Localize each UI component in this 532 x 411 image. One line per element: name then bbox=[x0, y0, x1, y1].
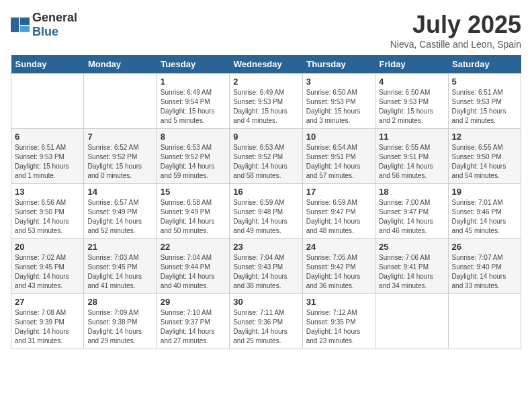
day-info: Sunrise: 7:09 AMSunset: 9:38 PMDaylight:… bbox=[87, 308, 152, 346]
day-number: 19 bbox=[452, 187, 517, 197]
table-row: 5Sunrise: 6:51 AMSunset: 9:53 PMDaylight… bbox=[448, 74, 521, 129]
table-row: 23Sunrise: 7:04 AMSunset: 9:43 PMDayligh… bbox=[230, 239, 302, 294]
table-row: 31Sunrise: 7:12 AMSunset: 9:35 PMDayligh… bbox=[302, 294, 375, 349]
col-tuesday: Tuesday bbox=[157, 55, 229, 74]
day-info: Sunrise: 7:00 AMSunset: 9:47 PMDaylight:… bbox=[379, 198, 444, 236]
day-info: Sunrise: 7:03 AMSunset: 9:45 PMDaylight:… bbox=[87, 253, 152, 291]
table-row bbox=[375, 294, 448, 349]
day-info: Sunrise: 7:08 AMSunset: 9:39 PMDaylight:… bbox=[15, 308, 80, 346]
day-info: Sunrise: 7:05 AMSunset: 9:42 PMDaylight:… bbox=[306, 253, 371, 291]
day-info: Sunrise: 7:12 AMSunset: 9:35 PMDaylight:… bbox=[306, 308, 371, 346]
col-monday: Monday bbox=[84, 55, 157, 74]
col-sunday: Sunday bbox=[11, 55, 84, 74]
day-number: 23 bbox=[233, 242, 298, 252]
day-info: Sunrise: 6:59 AMSunset: 9:47 PMDaylight:… bbox=[306, 198, 371, 236]
day-number: 2 bbox=[233, 77, 298, 87]
table-row: 30Sunrise: 7:11 AMSunset: 9:36 PMDayligh… bbox=[230, 294, 302, 349]
table-row bbox=[84, 74, 157, 129]
month-title: July 2025 bbox=[390, 11, 521, 39]
day-number: 28 bbox=[87, 297, 152, 307]
table-row: 7Sunrise: 6:52 AMSunset: 9:52 PMDaylight… bbox=[84, 129, 157, 184]
table-row: 22Sunrise: 7:04 AMSunset: 9:44 PMDayligh… bbox=[157, 239, 229, 294]
day-number: 8 bbox=[161, 132, 226, 142]
day-number: 31 bbox=[306, 297, 371, 307]
day-info: Sunrise: 7:11 AMSunset: 9:36 PMDaylight:… bbox=[233, 308, 298, 346]
day-number: 11 bbox=[379, 132, 444, 142]
svg-rect-0 bbox=[11, 17, 19, 32]
day-info: Sunrise: 7:04 AMSunset: 9:43 PMDaylight:… bbox=[233, 253, 298, 291]
table-row: 10Sunrise: 6:54 AMSunset: 9:51 PMDayligh… bbox=[302, 129, 375, 184]
day-info: Sunrise: 7:06 AMSunset: 9:41 PMDaylight:… bbox=[379, 253, 444, 291]
col-saturday: Saturday bbox=[448, 55, 521, 74]
table-row: 8Sunrise: 6:53 AMSunset: 9:52 PMDaylight… bbox=[157, 129, 229, 184]
day-number: 12 bbox=[452, 132, 517, 142]
day-number: 5 bbox=[452, 77, 517, 87]
calendar-week-row: 13Sunrise: 6:56 AMSunset: 9:50 PMDayligh… bbox=[11, 184, 521, 239]
logo-blue: Blue bbox=[32, 25, 58, 38]
day-info: Sunrise: 6:54 AMSunset: 9:51 PMDaylight:… bbox=[306, 143, 371, 181]
day-number: 9 bbox=[233, 132, 298, 142]
day-info: Sunrise: 6:53 AMSunset: 9:52 PMDaylight:… bbox=[161, 143, 226, 181]
logo-general: General bbox=[32, 11, 77, 24]
day-info: Sunrise: 6:52 AMSunset: 9:52 PMDaylight:… bbox=[87, 143, 152, 181]
day-number: 10 bbox=[306, 132, 371, 142]
day-info: Sunrise: 7:04 AMSunset: 9:44 PMDaylight:… bbox=[161, 253, 226, 291]
generalblue-logo-icon bbox=[11, 17, 30, 32]
day-info: Sunrise: 6:55 AMSunset: 9:51 PMDaylight:… bbox=[379, 143, 444, 181]
svg-rect-1 bbox=[20, 17, 30, 25]
day-info: Sunrise: 7:07 AMSunset: 9:40 PMDaylight:… bbox=[452, 253, 517, 291]
table-row: 1Sunrise: 6:49 AMSunset: 9:54 PMDaylight… bbox=[157, 74, 229, 129]
calendar-week-row: 20Sunrise: 7:02 AMSunset: 9:45 PMDayligh… bbox=[11, 239, 521, 294]
logo: General Blue bbox=[11, 11, 77, 39]
location-title: Nieva, Castille and Leon, Spain bbox=[390, 39, 521, 50]
table-row: 19Sunrise: 7:01 AMSunset: 9:46 PMDayligh… bbox=[448, 184, 521, 239]
day-number: 14 bbox=[87, 187, 152, 197]
page-header: General Blue July 2025 Nieva, Castille a… bbox=[11, 11, 521, 50]
day-number: 26 bbox=[452, 242, 517, 252]
calendar-table: Sunday Monday Tuesday Wednesday Thursday… bbox=[11, 55, 521, 349]
day-number: 15 bbox=[161, 187, 226, 197]
table-row: 13Sunrise: 6:56 AMSunset: 9:50 PMDayligh… bbox=[11, 184, 84, 239]
table-row: 28Sunrise: 7:09 AMSunset: 9:38 PMDayligh… bbox=[84, 294, 157, 349]
day-number: 7 bbox=[87, 132, 152, 142]
logo-text: General Blue bbox=[32, 11, 77, 39]
day-number: 13 bbox=[15, 187, 80, 197]
day-info: Sunrise: 6:53 AMSunset: 9:52 PMDaylight:… bbox=[233, 143, 298, 181]
day-info: Sunrise: 6:49 AMSunset: 9:54 PMDaylight:… bbox=[161, 88, 226, 126]
col-friday: Friday bbox=[375, 55, 448, 74]
day-info: Sunrise: 6:57 AMSunset: 9:49 PMDaylight:… bbox=[87, 198, 152, 236]
day-number: 17 bbox=[306, 187, 371, 197]
day-info: Sunrise: 6:55 AMSunset: 9:50 PMDaylight:… bbox=[452, 143, 517, 181]
calendar-week-row: 6Sunrise: 6:51 AMSunset: 9:53 PMDaylight… bbox=[11, 129, 521, 184]
day-info: Sunrise: 6:51 AMSunset: 9:53 PMDaylight:… bbox=[15, 143, 80, 181]
day-info: Sunrise: 6:58 AMSunset: 9:49 PMDaylight:… bbox=[161, 198, 226, 236]
day-info: Sunrise: 6:50 AMSunset: 9:53 PMDaylight:… bbox=[306, 88, 371, 126]
table-row: 29Sunrise: 7:10 AMSunset: 9:37 PMDayligh… bbox=[157, 294, 229, 349]
day-number: 24 bbox=[306, 242, 371, 252]
table-row: 24Sunrise: 7:05 AMSunset: 9:42 PMDayligh… bbox=[302, 239, 375, 294]
day-info: Sunrise: 6:50 AMSunset: 9:53 PMDaylight:… bbox=[379, 88, 444, 126]
day-number: 29 bbox=[161, 297, 226, 307]
calendar-header-row: Sunday Monday Tuesday Wednesday Thursday… bbox=[11, 55, 521, 74]
col-thursday: Thursday bbox=[302, 55, 375, 74]
table-row: 25Sunrise: 7:06 AMSunset: 9:41 PMDayligh… bbox=[375, 239, 448, 294]
day-number: 4 bbox=[379, 77, 444, 87]
day-number: 3 bbox=[306, 77, 371, 87]
day-info: Sunrise: 6:59 AMSunset: 9:48 PMDaylight:… bbox=[233, 198, 298, 236]
table-row: 16Sunrise: 6:59 AMSunset: 9:48 PMDayligh… bbox=[230, 184, 302, 239]
table-row: 17Sunrise: 6:59 AMSunset: 9:47 PMDayligh… bbox=[302, 184, 375, 239]
day-number: 6 bbox=[15, 132, 80, 142]
table-row: 4Sunrise: 6:50 AMSunset: 9:53 PMDaylight… bbox=[375, 74, 448, 129]
table-row: 12Sunrise: 6:55 AMSunset: 9:50 PMDayligh… bbox=[448, 129, 521, 184]
table-row: 18Sunrise: 7:00 AMSunset: 9:47 PMDayligh… bbox=[375, 184, 448, 239]
day-info: Sunrise: 7:01 AMSunset: 9:46 PMDaylight:… bbox=[452, 198, 517, 236]
table-row: 20Sunrise: 7:02 AMSunset: 9:45 PMDayligh… bbox=[11, 239, 84, 294]
svg-marker-2 bbox=[20, 26, 30, 32]
day-number: 30 bbox=[233, 297, 298, 307]
day-number: 1 bbox=[161, 77, 226, 87]
table-row: 21Sunrise: 7:03 AMSunset: 9:45 PMDayligh… bbox=[84, 239, 157, 294]
table-row bbox=[11, 74, 84, 129]
day-number: 18 bbox=[379, 187, 444, 197]
table-row: 9Sunrise: 6:53 AMSunset: 9:52 PMDaylight… bbox=[230, 129, 302, 184]
calendar-week-row: 27Sunrise: 7:08 AMSunset: 9:39 PMDayligh… bbox=[11, 294, 521, 349]
